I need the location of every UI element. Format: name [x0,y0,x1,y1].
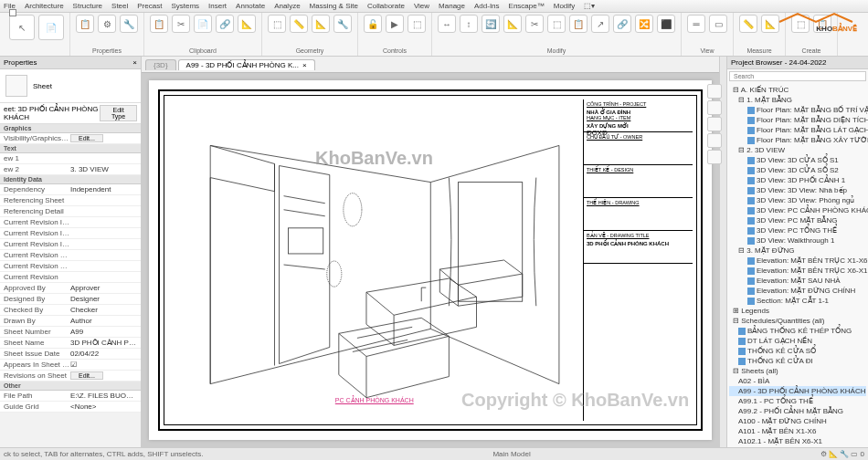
tree-node[interactable]: ⊟ 3. MẶT ĐỨNG [729,246,866,256]
tree-node[interactable]: Elevation: MẶT BÊN TRỤC X6-X1 [729,266,866,276]
prop-row[interactable]: Current Revision Issued To [0,239,141,250]
prop-row[interactable]: Guide Grid<None> [0,402,141,413]
menu-view[interactable]: View [414,2,429,10]
tree-node[interactable]: ⊟ 1. MẶT BẰNG [729,95,866,105]
tree-node[interactable]: A101 - MẶT BÊN X1-X6 [729,426,866,436]
ribbon-button[interactable]: 📏 [739,15,757,33]
ribbon-button[interactable]: ↗ [591,15,609,33]
tree-node[interactable]: Floor Plan: MẶT BẰNG LÁT GẠCH NỀN [729,125,866,135]
menu-[interactable]: ⬚▾ [584,2,595,10]
tree-node[interactable]: Floor Plan: MẶT BẰNG XÂY TƯỜNG [729,135,866,145]
tree-node[interactable]: ⊟ 2. 3D VIEW [729,145,866,155]
menu-addins[interactable]: Add-Ins [474,2,500,10]
ribbon-button[interactable]: 📋 [150,15,168,33]
ribbon-button[interactable]: 📋 [76,15,94,33]
ribbon-button[interactable]: 📐 [503,15,522,33]
drawing-canvas[interactable]: CÔNG TRÌNH - PROJECTNHÀ Ở GIA ĐÌNHHẠNG M… [149,80,712,440]
tree-node[interactable]: 3D View: Walkthrough 1 [729,235,866,246]
ribbon-button[interactable]: 🔀 [635,15,653,33]
prop-section-header[interactable]: Other [0,382,141,391]
tree-node[interactable]: A02 - BÌA [729,376,866,386]
edit-type-button[interactable]: Edit Type [100,105,137,121]
menu-annotate[interactable]: Annotate [236,2,265,10]
ribbon-button[interactable]: 📄 [194,15,212,33]
tree-node[interactable]: 3D View: 3D CỬA SỔ S1 [729,155,866,165]
tree-node[interactable]: 3D View: 3D View: Phòng ngủ [729,195,866,205]
tree-node[interactable]: Floor Plan: MẶT BẰNG BỐ TRÍ VẬT DỤ [729,105,866,115]
properties-type-selector[interactable]: Sheet [0,69,141,103]
menu-modify[interactable]: Modify [554,2,576,10]
menu-massingsite[interactable]: Massing & Site [310,2,358,10]
tree-node[interactable]: A99 - 3D PHỐI CẢNH PHÒNG KHÁCH [729,386,866,396]
tab-close-icon[interactable]: × [302,61,307,69]
tree-node[interactable]: A102.1 - MẶT BÊN X6-X1 [729,436,866,446]
tree-node[interactable]: ⊟ A. KIẾN TRÚC [729,85,866,95]
prop-row[interactable]: Current Revision Issued [0,217,141,228]
menu-structure[interactable]: Structure [73,2,102,10]
tree-node[interactable]: A99.1 - PC TỔNG THỂ [729,396,866,406]
prop-row[interactable]: File PathE:\Z. FILES BUON BAN\NH... [0,391,141,402]
ribbon-button[interactable]: ⬚ [547,15,566,33]
tree-node[interactable]: ⊟ Schedules/Quantities (all) [729,316,866,326]
tree-node[interactable]: Elevation: MẶT SAU NHÀ [729,276,866,286]
tree-node[interactable]: 3D View: 3D View: Nhà bếp [729,185,866,195]
menu-insert[interactable]: Insert [208,2,227,10]
prop-row[interactable]: Drawn ByAuthor [0,316,141,327]
ribbon-button[interactable]: ═ [687,15,705,33]
ribbon-button[interactable]: 📄 [38,15,64,40]
ribbon-button[interactable]: 🔗 [216,15,234,33]
prop-row[interactable]: Visibility/Graphics Overrid...Edit... [0,133,141,144]
ribbon-button[interactable]: ⬚ [268,15,286,33]
view-title[interactable]: PC CẢNH PHÒNG KHÁCH [335,397,414,404]
prop-row[interactable]: Referencing Detail [0,206,141,217]
ribbon-button[interactable]: 🔄 [482,15,500,33]
tree-node[interactable]: 3D View: PC MẶT BẰNG [729,215,866,225]
prop-section-header[interactable]: Text [0,144,141,153]
ribbon-button[interactable]: 🔧 [120,15,138,33]
properties-close-icon[interactable]: × [132,58,137,67]
ribbon-button[interactable]: 🔧 [333,15,352,33]
prop-row[interactable]: Referencing Sheet [0,195,141,206]
status-icons[interactable]: ⚙ 📐 🔧 ▭ 0 [820,450,864,458]
ribbon-button[interactable]: ↖ [9,15,35,40]
prop-row[interactable]: Current Revision Issued By [0,228,141,239]
status-workset[interactable]: Main Model [492,450,530,458]
ribbon-button[interactable]: ✂ [525,15,544,33]
ribbon-button[interactable]: 🔗 [613,15,631,33]
tree-node[interactable]: THỐNG KÊ CỬA SỔ [729,346,866,356]
prop-row[interactable]: ew 1 [0,153,141,164]
nav-cube-icon[interactable] [707,100,722,115]
tree-node[interactable]: 3D View: PC TỔNG THỂ [729,225,866,235]
ribbon-button[interactable]: ⚙ [98,15,116,33]
tree-node[interactable]: Floor Plan: MẶT BẰNG DIỆN TÍCH SỬ D [729,115,866,125]
nav-home-icon[interactable] [707,84,722,99]
prop-row[interactable]: Current Revision Date [0,250,141,261]
tree-node[interactable]: ⊞ Legends [729,306,866,316]
menu-collaborate[interactable]: Collaborate [367,2,405,10]
tree-node[interactable]: 3D View: 3D PHỐI CẢNH 1 [729,175,866,185]
tree-node[interactable]: A102.0 - MẶT SAU NHÀ [729,446,866,447]
menu-manage[interactable]: Manage [439,2,465,10]
edit-button[interactable]: Edit... [70,371,103,380]
prop-row[interactable]: DependencyIndependent [0,184,141,195]
ribbon-button[interactable]: ✂ [172,15,190,33]
ribbon-button[interactable]: 📐 [312,15,330,33]
tree-node[interactable]: 3D View: PC CẢNH PHÒNG KHÁCH [729,205,866,215]
prop-row[interactable]: Checked ByChecker [0,305,141,316]
ribbon-button[interactable]: 🔓 [364,15,382,33]
menu-steel[interactable]: Steel [111,2,128,10]
view-tab[interactable]: {3D} [145,59,176,70]
ribbon-button[interactable]: ↔ [438,15,456,33]
tree-node[interactable]: ⊟ Sheets (all) [729,366,866,376]
menu-precast[interactable]: Precast [137,2,162,10]
tree-node[interactable]: A99.2 - PHỐI CẢNH MẶT BẰNG [729,406,866,416]
ribbon-button[interactable]: ▭ [709,15,727,33]
prop-row[interactable]: Current Revision Descriptio... [0,261,141,272]
nav-wheel-icon[interactable] [707,117,722,131]
prop-section-header[interactable]: Identity Data [0,175,141,184]
ribbon-button[interactable]: ▶ [386,15,404,33]
prop-row[interactable]: Sheet NumberA99 [0,327,141,338]
prop-row[interactable]: Appears In Sheet List☑ [0,360,141,371]
prop-section-header[interactable]: Graphics [0,124,141,133]
prop-row[interactable]: ew 23. 3D VIEW [0,164,141,175]
